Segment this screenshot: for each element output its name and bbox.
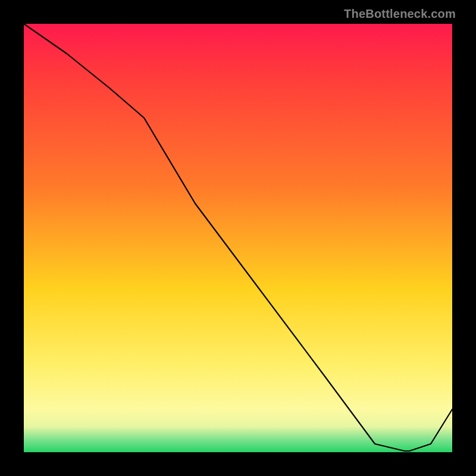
chart-frame: TheBottleneck.com — [0, 0, 476, 476]
data-curve — [24, 24, 452, 451]
watermark-text: TheBottleneck.com — [344, 7, 456, 21]
chart-overlay — [24, 24, 452, 452]
